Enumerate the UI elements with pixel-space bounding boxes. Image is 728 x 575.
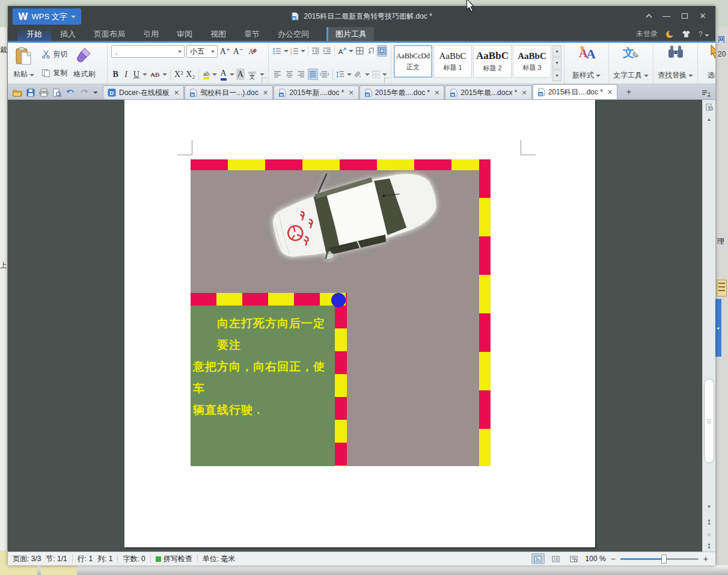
close-tab-icon[interactable]: ✕ [349,89,354,97]
status-word-count[interactable]: 字数: 0 [118,554,150,564]
text-direction-dropdown[interactable] [349,50,353,52]
style-heading3[interactable]: AaBbC 标题 3 [513,45,551,78]
underline-button[interactable]: U [132,69,141,80]
borders-dropdown[interactable] [382,73,387,76]
font-size-combo[interactable]: 小五 [186,45,218,58]
open-button[interactable] [13,89,22,97]
previous-page-button[interactable]: ▲▲ [704,516,714,526]
close-tab-icon[interactable]: ✕ [434,89,439,97]
styles-scroll-up[interactable]: ▲ [552,45,561,57]
cut-button[interactable]: 剪切 [41,49,68,60]
tab-references[interactable]: 引用 [134,27,168,41]
font-color-dropdown[interactable] [230,73,234,76]
font-name-combo[interactable]: 、 [111,45,185,58]
underline-dropdown[interactable] [142,73,147,76]
style-heading2[interactable]: AaBbC 标题 2 [473,45,512,78]
ruler-toggle-icon[interactable] [704,102,714,112]
next-page-button[interactable]: ▼▼ [704,541,714,551]
status-line[interactable]: 行: 1 [73,554,97,564]
zoom-out-button[interactable]: − [611,554,616,564]
justify-button[interactable] [308,69,319,80]
doctab-active[interactable]: w 2015科目....doc *✕ [533,84,618,99]
line-spacing-button[interactable] [335,69,346,80]
print-preview-button[interactable] [53,88,61,97]
styles-scroll-down[interactable]: ▼ [552,57,561,69]
undo-button[interactable] [66,89,75,96]
new-tab-button[interactable]: ＋ [618,86,639,99]
zoom-slider[interactable] [620,558,699,560]
close-button[interactable]: ✕ [694,8,712,23]
doctab-2[interactable]: w 2015年新....doc *✕ [274,85,359,99]
zoom-slider-thumb[interactable] [661,555,667,564]
grow-font-button[interactable]: A⁺ [219,46,231,57]
decrease-indent-button[interactable] [311,45,321,57]
right-angle-turn-diagram[interactable]: 向左打死方向后一定要注 意把方向，向右回正，使车 辆直线行驶 . [191,159,491,466]
scroll-up-button[interactable]: ▲ [704,114,714,125]
bullets-dropdown[interactable] [284,50,289,52]
font-color-button[interactable]: A [219,69,227,80]
select-browse-object-button[interactable]: ○ [704,529,714,540]
close-tab-icon[interactable]: ✕ [607,88,613,96]
page-view-button[interactable] [531,553,545,564]
paragraph-dialog-launcher[interactable] [384,78,390,83]
shading-dropdown[interactable] [365,73,370,76]
font-dialog-launcher[interactable] [262,78,267,83]
doctab-3[interactable]: w 2015年最....doc *✕ [359,85,445,99]
align-center-button[interactable] [284,69,295,80]
tab-list-button[interactable] [702,90,711,97]
doctab-docer[interactable]: D Docer-在线模板✕ [103,85,184,99]
bold-button[interactable]: B [111,69,120,80]
format-painter-button[interactable]: 格式刷 [73,45,96,82]
collapse-ribbon-button[interactable] [640,8,658,23]
close-tab-icon[interactable]: ✕ [263,89,268,97]
subscript-button[interactable]: X₂ [185,69,195,80]
night-mode-icon[interactable] [665,30,674,38]
status-spellcheck[interactable]: 拼写检查 [151,554,197,564]
web-view-button[interactable] [567,553,581,564]
clear-format-button[interactable]: A [246,46,257,57]
borders-button[interactable] [371,69,382,80]
tab-picture-tools[interactable]: 图片工具 [326,27,374,41]
paragraph-mark-button[interactable] [366,45,376,57]
select-button[interactable]: 选择 [698,43,715,84]
char-border-grid-button[interactable] [355,45,365,57]
shrink-font-button[interactable]: A⁻ [233,46,244,57]
login-status[interactable]: 未登录 [636,29,658,39]
zoom-level[interactable]: 100 % [586,555,606,563]
tab-view[interactable]: 视图 [201,27,235,41]
style-normal[interactable]: AaBbCcDd 正文 [394,45,432,78]
outline-view-button[interactable] [549,553,563,564]
new-style-button[interactable]: AA 新样式 [564,43,609,84]
numbering-dropdown[interactable] [301,50,305,52]
strikethrough-dropdown[interactable] [162,73,167,76]
print-button[interactable] [39,88,49,97]
bullets-button[interactable] [272,45,283,57]
status-column[interactable]: 列: 1 [97,554,117,564]
tab-page-layout[interactable]: 页面布局 [85,27,134,41]
close-tab-icon[interactable]: ✕ [174,89,179,97]
copy-button[interactable]: 复制 [41,67,68,79]
text-direction-button[interactable]: A [337,45,347,57]
highlight-dropdown[interactable] [212,73,217,76]
tab-home[interactable]: 开始 [17,27,51,41]
status-section[interactable]: 节: 1/1 [46,554,72,564]
skin-icon[interactable] [682,30,691,38]
pinyin-guide-button[interactable]: wén 文 [246,69,258,80]
status-page[interactable]: 页面: 3/3 [8,554,46,564]
styles-more-button[interactable]: ▼ [552,70,561,81]
doctab-4[interactable]: w 2015年最...docx *✕ [445,85,531,99]
vertical-scrollbar[interactable]: ▲ ▼ ▲▲ ○ ▼▼ [702,100,715,552]
redo-button[interactable] [79,89,89,96]
help-button[interactable]: ? [699,30,709,38]
text-tool-button[interactable]: 文 文字工具 [609,43,653,84]
maximize-button[interactable] [676,8,694,23]
tab-insert[interactable]: 插入 [51,27,85,41]
align-right-button[interactable] [296,69,307,80]
italic-button[interactable]: I [121,69,130,80]
style-heading1[interactable]: AaBbC 标题 1 [433,45,472,78]
shading-button[interactable] [353,69,364,80]
paragraph-layout-button[interactable] [377,45,387,57]
save-button[interactable] [26,88,35,97]
zoom-in-button[interactable]: + [703,554,708,564]
tab-section[interactable]: 章节 [235,27,269,41]
